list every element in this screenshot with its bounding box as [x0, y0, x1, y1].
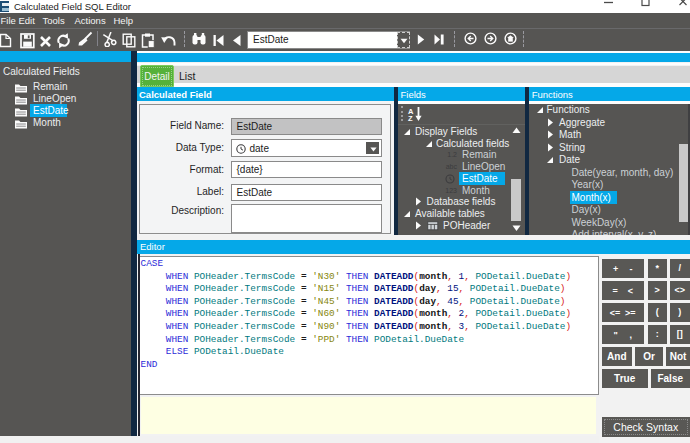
svg-text:Z: Z: [408, 114, 413, 122]
